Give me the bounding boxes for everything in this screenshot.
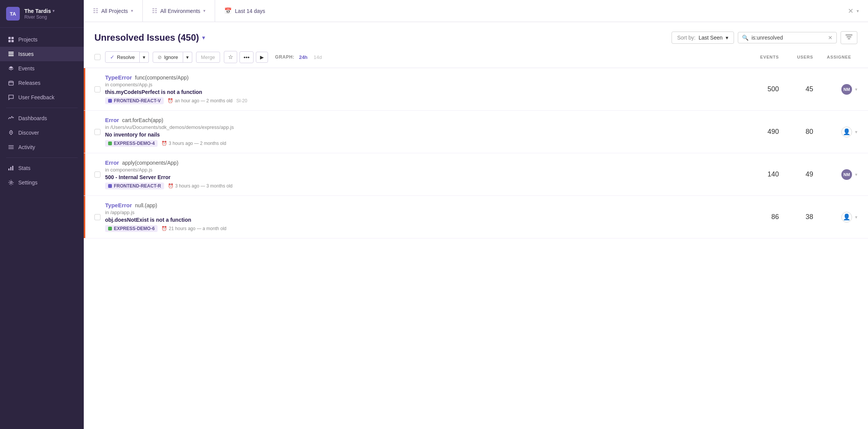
issue-stats: 86 38 👤 ▾ xyxy=(751,212,857,222)
date-range-selector[interactable]: 📅 Last 14 days ✕ ▾ xyxy=(215,0,868,22)
issue-checkbox[interactable] xyxy=(94,86,101,92)
users-stat: 80 xyxy=(785,128,819,136)
issue-meta: FRONTEND-REACT-R ⏰ 3 hours ago — 3 month… xyxy=(105,183,751,189)
issue-title-line: TypeError func(components/App) xyxy=(105,74,751,81)
layers-icon xyxy=(8,65,14,72)
project-badge[interactable]: FRONTEND-REACT-V xyxy=(105,97,164,104)
project-name: FRONTEND-REACT-V xyxy=(114,98,161,103)
project-badge[interactable]: EXPRESS-DEMO-6 xyxy=(105,225,158,232)
list-icon xyxy=(8,51,14,57)
issue-checkbox[interactable] xyxy=(94,172,101,178)
issue-checkbox[interactable] xyxy=(94,214,101,220)
projects-icon: ☷ xyxy=(93,7,98,14)
table-row[interactable]: Error cart.forEach(app) in /Users/vu/Doc… xyxy=(84,111,868,153)
time-meta: ⏰ 3 hours ago — 3 months old xyxy=(168,183,233,189)
time-ago: 21 hours ago — a month old xyxy=(169,226,226,231)
table-row[interactable]: TypeError func(components/App) in compon… xyxy=(84,68,868,111)
sort-by-value: Last Seen xyxy=(699,35,723,41)
bookmark-button[interactable]: ☆ xyxy=(224,51,237,63)
sidebar-item-releases[interactable]: Releases xyxy=(0,76,84,90)
issue-stats: 500 45 NM ▾ xyxy=(751,84,857,95)
project-badge[interactable]: FRONTEND-REACT-R xyxy=(105,183,164,189)
bars-icon xyxy=(8,144,14,151)
issue-meta: EXPRESS-DEMO-4 ⏰ 3 hours ago — 2 months … xyxy=(105,140,751,147)
resolve-split-button[interactable]: ▾ xyxy=(140,52,149,63)
environments-icon: ☷ xyxy=(152,7,157,14)
sidebar-header[interactable]: TA The Tardis ▾ River Song xyxy=(0,0,84,28)
sidebar-item-issues[interactable]: Issues xyxy=(0,47,84,61)
date-range-close-icon[interactable]: ✕ xyxy=(848,7,854,15)
assignee-chevron-icon[interactable]: ▾ xyxy=(855,214,857,220)
assignee-chevron-icon[interactable]: ▾ xyxy=(855,129,857,135)
issue-type[interactable]: TypeError xyxy=(105,74,132,81)
issue-type[interactable]: TypeError xyxy=(105,202,132,208)
issue-body: Error cart.forEach(app) in /Users/vu/Doc… xyxy=(105,117,751,147)
events-col-header: EVENTS xyxy=(751,55,785,59)
merge-button[interactable]: Merge xyxy=(196,52,220,63)
issue-type[interactable]: Error xyxy=(105,117,119,123)
issue-message: obj.doesNotExist is not a function xyxy=(105,217,751,223)
priority-indicator xyxy=(84,153,85,195)
all-environments-selector[interactable]: ☷ All Environments ▾ xyxy=(143,0,215,22)
events-stat: 86 xyxy=(751,213,785,221)
sort-by-label: Sort by: xyxy=(677,35,696,41)
assignee-chevron-icon[interactable]: ▾ xyxy=(855,172,857,177)
search-clear-icon[interactable]: ✕ xyxy=(828,35,833,41)
sidebar: TA The Tardis ▾ River Song Projects Issu… xyxy=(0,0,84,429)
sidebar-item-projects[interactable]: Projects xyxy=(0,32,84,47)
issue-location: in components/App.js xyxy=(105,82,751,87)
ignore-button[interactable]: ⊘ Ignore xyxy=(153,52,183,63)
select-all-checkbox[interactable] xyxy=(94,54,101,60)
sidebar-item-dashboards[interactable]: Dashboards xyxy=(0,111,84,126)
chart-icon xyxy=(8,165,14,172)
ignore-split-button[interactable]: ▾ xyxy=(183,52,192,63)
sidebar-item-activity[interactable]: Activity xyxy=(0,140,84,154)
table-row[interactable]: Error apply(components/App) in component… xyxy=(84,153,868,196)
more-button[interactable]: ••• xyxy=(239,51,254,63)
sidebar-item-events[interactable]: Events xyxy=(0,61,84,76)
issues-list: TypeError func(components/App) in compon… xyxy=(84,68,868,238)
sidebar-item-discover[interactable]: Discover xyxy=(0,126,84,140)
title-chevron-icon[interactable]: ▾ xyxy=(202,35,205,41)
svg-rect-6 xyxy=(8,55,14,56)
assignee-col: 👤 ▾ xyxy=(819,212,857,222)
all-environments-label: All Environments xyxy=(160,8,200,14)
sidebar-item-label: Discover xyxy=(18,130,39,136)
assignee-avatar: NM xyxy=(841,169,852,180)
sidebar-item-settings[interactable]: Settings xyxy=(0,175,84,190)
play-button[interactable]: ▶ xyxy=(256,52,268,63)
nav-divider-2 xyxy=(6,157,78,158)
search-icon: 🔍 xyxy=(742,35,748,41)
project-name: EXPRESS-DEMO-4 xyxy=(114,141,155,146)
priority-indicator xyxy=(84,68,85,110)
project-badge[interactable]: EXPRESS-DEMO-4 xyxy=(105,140,158,147)
time-ago: an hour ago — 2 months old xyxy=(175,98,232,103)
events-value: 140 xyxy=(767,170,779,178)
graph-14d[interactable]: 14d xyxy=(312,54,324,61)
filter-button[interactable] xyxy=(841,31,857,44)
all-projects-selector[interactable]: ☷ All Projects ▾ xyxy=(84,0,143,22)
users-value: 45 xyxy=(806,85,813,93)
issue-body: Error apply(components/App) in component… xyxy=(105,159,751,189)
search-bar[interactable]: 🔍 is:unresolved ✕ xyxy=(738,32,837,43)
issue-title-line: TypeError null.(app) xyxy=(105,202,751,208)
assignee-chevron-icon[interactable]: ▾ xyxy=(855,87,857,92)
calendar-icon: 📅 xyxy=(224,7,232,14)
graph-24h[interactable]: 24h xyxy=(297,54,309,61)
time-ago: 3 hours ago — 2 months old xyxy=(169,141,226,146)
sidebar-item-user-feedback[interactable]: User Feedback xyxy=(0,90,84,105)
sidebar-item-label: Issues xyxy=(18,51,34,57)
issue-message: 500 - Internal Server Error xyxy=(105,174,751,180)
priority-indicator xyxy=(84,111,85,153)
sort-by-button[interactable]: Sort by: Last Seen ▾ xyxy=(672,32,734,44)
sidebar-item-stats[interactable]: Stats xyxy=(0,161,84,175)
issue-type[interactable]: Error xyxy=(105,159,119,166)
date-range-chevron-icon[interactable]: ▾ xyxy=(857,8,859,14)
svg-rect-7 xyxy=(9,81,13,85)
time-meta: ⏰ 3 hours ago — 2 months old xyxy=(161,141,226,146)
issue-stats: 490 80 👤 ▾ xyxy=(751,127,857,137)
svg-rect-5 xyxy=(8,54,14,55)
issue-checkbox[interactable] xyxy=(94,129,101,135)
table-row[interactable]: TypeError null.(app) in /app/app.js obj.… xyxy=(84,196,868,238)
resolve-button[interactable]: ✓ Resolve xyxy=(105,51,140,63)
